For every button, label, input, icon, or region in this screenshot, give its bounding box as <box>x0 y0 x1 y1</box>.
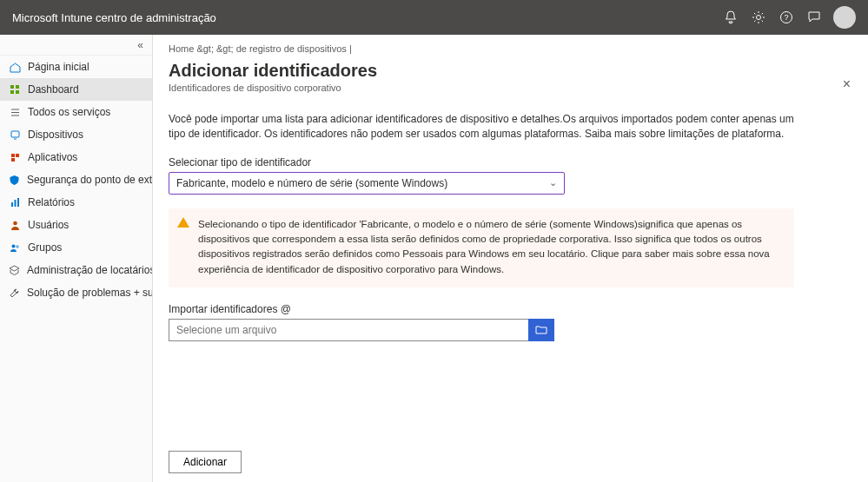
user-avatar[interactable] <box>833 6 856 29</box>
sidebar-item-dashboard[interactable]: Dashboard <box>0 78 152 101</box>
top-bar: Microsoft Intune centro de administração… <box>0 0 868 35</box>
shield-icon <box>9 174 20 186</box>
notifications-icon[interactable] <box>717 3 745 31</box>
warning-banner: Selecionando o tipo de identificador 'Fa… <box>169 208 794 287</box>
sidebar-item-label: Todos os serviços <box>28 106 110 118</box>
svg-point-16 <box>16 245 19 248</box>
breadcrumb[interactable]: Home &gt; &gt; de registro de dispositiv… <box>169 43 851 54</box>
list-icon <box>9 106 21 118</box>
help-icon[interactable]: ? <box>772 3 800 31</box>
sidebar-item-label: Dispositivos <box>28 129 83 141</box>
sidebar: « Página inicial Dashboard Todos os serv… <box>0 35 153 482</box>
content-pane: Home &gt; &gt; de registro de dispositiv… <box>153 35 868 482</box>
file-select-input[interactable] <box>169 319 528 341</box>
sidebar-item-tenant-admin[interactable]: Administração de locatários <box>0 259 152 281</box>
svg-rect-5 <box>10 90 14 94</box>
sidebar-item-groups[interactable]: Grupos <box>0 236 152 259</box>
identifier-type-select[interactable]: Fabricante, modelo e número de série (so… <box>169 172 565 195</box>
group-icon <box>9 241 21 254</box>
sidebar-collapse[interactable]: « <box>0 35 152 56</box>
home-icon <box>9 61 21 73</box>
app-title: Microsoft Intune centro de administração <box>12 11 216 24</box>
identifier-type-value: Fabricante, modelo e número de série (so… <box>176 177 447 189</box>
add-button[interactable]: Adicionar <box>169 451 242 473</box>
folder-icon <box>535 324 547 336</box>
apps-icon <box>9 151 21 163</box>
sidebar-item-label: Relatórios <box>28 196 75 208</box>
device-icon <box>9 129 21 141</box>
sidebar-item-users[interactable]: Usuários <box>0 214 152 236</box>
svg-rect-8 <box>11 154 15 157</box>
svg-rect-13 <box>17 198 19 207</box>
sidebar-item-label: Segurança do ponto de extremidade <box>27 174 152 186</box>
feedback-icon[interactable] <box>800 3 828 31</box>
svg-rect-7 <box>11 131 19 137</box>
sidebar-item-all-services[interactable]: Todos os serviços <box>0 101 152 123</box>
chevron-down-icon: ⌄ <box>549 177 557 188</box>
svg-rect-6 <box>16 90 19 94</box>
sidebar-item-label: Grupos <box>28 241 62 254</box>
identifier-type-label: Selecionar tipo de identificador <box>169 156 851 168</box>
sidebar-item-endpoint-security[interactable]: Segurança do ponto de extremidade <box>0 168 152 191</box>
sidebar-item-label: Administração de locatários <box>27 264 152 276</box>
warning-text: Selecionando o tipo de identificador 'Fa… <box>198 219 770 274</box>
sidebar-item-home[interactable]: Página inicial <box>0 56 152 78</box>
svg-rect-3 <box>10 85 14 89</box>
intro-text: Você pode importar uma lista para adicio… <box>169 112 794 142</box>
close-icon[interactable]: × <box>843 76 851 92</box>
browse-file-button[interactable] <box>528 319 554 341</box>
sidebar-item-label: Aplicativos <box>28 151 77 163</box>
svg-text:?: ? <box>784 13 788 22</box>
sidebar-item-troubleshoot[interactable]: Solução de problemas + suporte <box>0 281 152 304</box>
sidebar-item-label: Página inicial <box>28 61 89 73</box>
dashboard-icon <box>9 83 21 96</box>
wrench-icon <box>9 287 20 299</box>
sidebar-item-label: Solução de problemas + suporte <box>27 287 152 299</box>
svg-point-15 <box>11 244 15 248</box>
svg-rect-4 <box>16 85 19 89</box>
page-title: Adicionar identificadores <box>169 61 851 81</box>
svg-rect-9 <box>16 154 19 157</box>
page-subtitle: Identificadores de dispositivo corporati… <box>169 83 851 93</box>
svg-rect-10 <box>11 158 15 162</box>
import-label: Importar identificadores @ <box>169 303 851 315</box>
report-icon <box>9 196 21 208</box>
svg-rect-11 <box>11 202 13 207</box>
sidebar-item-reports[interactable]: Relatórios <box>0 191 152 214</box>
svg-rect-12 <box>14 200 16 207</box>
settings-icon[interactable] <box>745 3 772 31</box>
warning-icon <box>177 217 189 228</box>
svg-point-14 <box>13 221 17 225</box>
sidebar-item-label: Usuários <box>28 219 69 231</box>
sidebar-item-label: Dashboard <box>28 83 79 96</box>
sidebar-item-devices[interactable]: Dispositivos <box>0 123 152 146</box>
sidebar-item-apps[interactable]: Aplicativos <box>0 146 152 168</box>
svg-point-0 <box>757 16 761 20</box>
user-icon <box>9 219 21 231</box>
tenant-icon <box>9 264 20 276</box>
